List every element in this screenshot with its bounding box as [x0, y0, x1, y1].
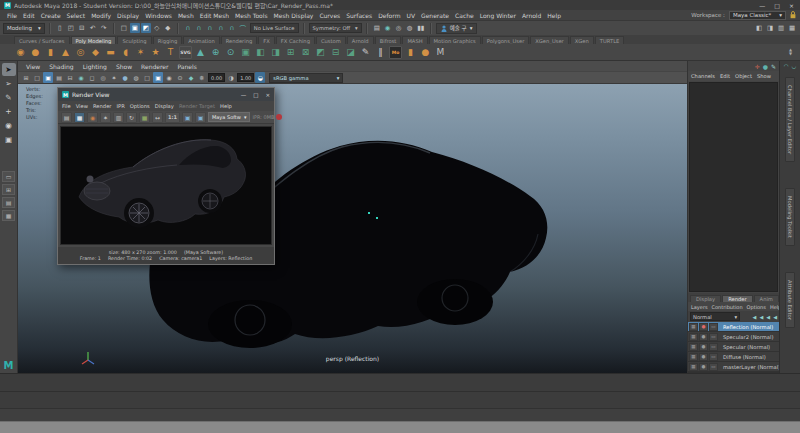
shelf-tool-icon[interactable]: ⊟: [329, 46, 342, 59]
selection-mask-icon[interactable]: ▣: [130, 23, 140, 33]
toolbox-tool-button[interactable]: ◉: [2, 119, 16, 132]
render-view-toolbar-icon[interactable]: ▤: [61, 112, 72, 123]
menu-item[interactable]: Mesh Tools: [232, 12, 270, 19]
sidebar-vertical-tab[interactable]: Modeling Toolkit: [785, 188, 795, 246]
menu-item[interactable]: Create: [38, 12, 64, 19]
menu-item[interactable]: Mesh Display: [271, 12, 317, 19]
menu-item[interactable]: Curves: [316, 12, 343, 19]
shelf-tool-icon[interactable]: ◩: [314, 46, 327, 59]
shelf-tool-icon[interactable]: ▲: [194, 46, 207, 59]
layer-visibility-toggle[interactable]: ▦: [689, 333, 698, 341]
layer-renderable-toggle[interactable]: ●: [699, 323, 708, 331]
exposure-field[interactable]: 0.00: [208, 73, 225, 82]
shelf-tab[interactable]: Rendering: [221, 36, 258, 44]
render-view-toolbar-icon[interactable]: ▣: [182, 112, 193, 123]
shelf-tool-icon[interactable]: T: [164, 46, 177, 59]
render-action-icon[interactable]: ▤: [372, 23, 382, 33]
viewport-toolbar-icon[interactable]: ◉: [164, 72, 174, 83]
shelf-tab[interactable]: Motion Graphics: [429, 36, 481, 44]
channel-box-menu-item[interactable]: Show: [757, 73, 771, 79]
channel-box-menu-item[interactable]: Edit: [720, 73, 730, 79]
menu-item[interactable]: Cache: [452, 12, 477, 19]
render-view-titlebar[interactable]: M Render View —□×: [58, 88, 274, 101]
panel-toggle-icon[interactable]: ▦: [787, 23, 797, 33]
toolbox-tool-button[interactable]: ✎: [2, 91, 16, 104]
channel-box-menu-item[interactable]: Object: [735, 73, 752, 79]
toolbox-tool-button[interactable]: ➤: [2, 63, 16, 76]
shelf-tool-icon[interactable]: ▮: [44, 46, 57, 59]
gamma-icon[interactable]: ◑: [226, 72, 236, 83]
window-control-button[interactable]: —: [759, 2, 765, 9]
shelf-tool-icon[interactable]: ∥: [374, 46, 387, 59]
shelf-tool-icon[interactable]: ◧: [254, 46, 267, 59]
panel-layout-button[interactable]: ▭: [2, 171, 15, 182]
render-view-toolbar-icon[interactable]: ▦: [139, 112, 150, 123]
panel-layout-button[interactable]: ▦: [2, 210, 15, 221]
viewport-menu-item[interactable]: Lighting: [83, 63, 107, 70]
selection-mask-icon[interactable]: □: [119, 23, 129, 33]
layer-editor-tab[interactable]: Display: [690, 295, 721, 302]
viewport-menu-item[interactable]: Shading: [49, 63, 73, 70]
shelf-tool-icon[interactable]: ⊞: [284, 46, 297, 59]
menu-item[interactable]: Generate: [418, 12, 452, 19]
menu-item[interactable]: Modify: [88, 12, 114, 19]
channel-box-icon[interactable]: ✎: [771, 63, 776, 70]
shelf-tool-icon[interactable]: ▲: [59, 46, 72, 59]
render-view-menu-item[interactable]: File: [62, 103, 71, 109]
shelf-tab[interactable]: Polygons_User: [482, 36, 530, 44]
window-control-button[interactable]: □: [774, 2, 780, 9]
chevron-down-icon[interactable]: ▼: [789, 52, 792, 56]
exposure-icon[interactable]: ⛯: [197, 72, 207, 83]
window-control-button[interactable]: ×: [265, 92, 270, 98]
panel-toggle-icon[interactable]: ▥: [776, 23, 786, 33]
shelf-tool-icon[interactable]: ◉: [14, 46, 27, 59]
file-action-icon[interactable]: ▯: [55, 23, 65, 33]
shelf-tab[interactable]: Bifrost: [375, 36, 402, 44]
snap-icon[interactable]: ∩: [183, 23, 193, 33]
lock-icon[interactable]: [790, 11, 796, 19]
toolbox-tool-button[interactable]: ▣: [2, 133, 16, 146]
render-view-toolbar-icon[interactable]: ▣: [195, 112, 206, 123]
menu-item[interactable]: Windows: [142, 12, 175, 19]
viewport-toolbar-icon[interactable]: ◆: [186, 72, 196, 83]
channel-box-icon[interactable]: ●: [763, 63, 768, 70]
shelf-tab[interactable]: Animation: [183, 36, 219, 44]
shelf-tool-icon[interactable]: ⊙: [224, 46, 237, 59]
menu-item[interactable]: Select: [64, 12, 89, 19]
render-layer-row[interactable]: ▦ ● ▭ Specular (Normal): [688, 342, 779, 352]
viewport-menu-item[interactable]: Renderer: [141, 63, 168, 70]
file-action-icon[interactable]: ◰: [66, 23, 76, 33]
render-view-menu-item[interactable]: View: [76, 103, 88, 109]
layer-visibility-toggle[interactable]: ▦: [689, 353, 698, 361]
shelf-tab[interactable]: FX Caching: [276, 36, 315, 44]
viewport-menu-item[interactable]: Panels: [177, 63, 196, 70]
menu-item[interactable]: Edit Mesh: [197, 12, 232, 19]
sidebar-strip-icon[interactable]: ◡: [792, 63, 797, 73]
shelf-tab[interactable]: Custom: [316, 36, 346, 44]
menu-item[interactable]: Help: [544, 12, 564, 19]
shelf-tab[interactable]: Arnold: [347, 36, 374, 44]
shelf-tab[interactable]: FX: [258, 36, 275, 44]
rendered-image[interactable]: [60, 126, 272, 245]
selection-mask-icon[interactable]: ◩: [141, 23, 151, 33]
menu-item[interactable]: Display: [114, 12, 142, 19]
panel-layout-button[interactable]: ▤: [2, 197, 15, 208]
layer-editor-menu-item[interactable]: Options: [747, 304, 766, 310]
shelf-tool-icon[interactable]: ●: [419, 46, 432, 59]
shelf-tool-icon[interactable]: ◪: [344, 46, 357, 59]
layer-action-icon[interactable]: ◀: [753, 314, 757, 320]
renderer-select[interactable]: Maya Softw ▾: [208, 112, 250, 122]
shelf-tool-icon[interactable]: ⊠: [299, 46, 312, 59]
color-management-icon[interactable]: ◒: [255, 72, 265, 83]
render-view-toolbar-icon[interactable]: ↻: [126, 112, 137, 123]
viewport-toolbar-icon[interactable]: ⊟: [65, 72, 75, 83]
render-view-menu-item[interactable]: Display: [155, 103, 174, 109]
shelf-tool-icon[interactable]: ⊕: [209, 46, 222, 59]
shelf-tool-icon[interactable]: M: [434, 46, 447, 59]
viewport-toolbar-icon[interactable]: ⊙: [175, 72, 185, 83]
viewport-toolbar-icon[interactable]: ◉: [76, 72, 86, 83]
menu-item[interactable]: UV: [404, 12, 419, 19]
shelf-tool-icon[interactable]: ▬: [104, 46, 117, 59]
shelf-tool-icon[interactable]: ▮: [404, 46, 417, 59]
render-view-toolbar-icon[interactable]: ✶: [100, 112, 111, 123]
